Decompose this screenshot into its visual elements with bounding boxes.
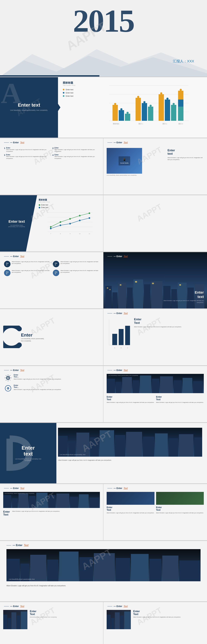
svg-text:7: 7 [50, 233, 51, 234]
slide2-enter-text: Enter text [18, 102, 40, 108]
svg-text:图标地址: 图标地址 [113, 123, 119, 124]
svg-rect-9 [125, 114, 130, 121]
svg-text:En: En [7, 388, 9, 389]
svg-rect-67 [120, 284, 121, 286]
svg-rect-92 [174, 380, 182, 393]
svg-point-40 [69, 218, 71, 220]
section-header-3r: — Enter Text [103, 138, 207, 145]
svg-rect-66 [109, 289, 111, 290]
svg-rect-134 [107, 615, 111, 629]
svg-point-18 [149, 105, 152, 107]
svg-text:图示 2: 图示 2 [162, 123, 167, 124]
svg-rect-99 [100, 430, 114, 456]
svg-rect-21 [171, 105, 176, 121]
list-item-2: 2 Enter Albert Einstein: Logic will get … [52, 147, 99, 152]
svg-point-22 [160, 92, 162, 94]
row-3: AAPPT — Enter Text 1 Enter Albert Einste… [0, 138, 207, 195]
svg-point-17 [143, 101, 145, 103]
svg-rect-103 [155, 433, 168, 456]
enter-text-3r: Enter text Albert Einstein: Logic will g… [167, 149, 203, 161]
svg-rect-15 [148, 106, 153, 121]
svg-rect-123 [94, 553, 115, 581]
reporter-line: 汇报人：XXX [173, 59, 194, 64]
svg-rect-27 [178, 106, 183, 121]
svg-rect-85 [107, 379, 115, 393]
section-header-9l: — Enter Text [0, 484, 103, 491]
svg-text:9: 9 [70, 233, 71, 234]
svg-rect-120 [47, 560, 59, 581]
blue-panel-8: Entertext Live beautifully, dream passio… [0, 423, 56, 483]
right-8: Live beautifully,dream passionately, lov… [58, 428, 202, 478]
reporter-label: 汇报人： [173, 59, 187, 63]
row-6: AAPPT Enter Live beautifully, dream pass… [0, 309, 207, 366]
svg-rect-91 [160, 376, 173, 393]
svg-point-23 [166, 98, 168, 100]
svg-rect-137 [120, 616, 124, 629]
item-5l-2: Enter Albert Einstein: Logic will get yo… [53, 261, 99, 267]
photo-11l [3, 610, 27, 629]
svg-text:图示 3: 图示 3 [178, 123, 183, 124]
arrow-shape-1 [57, 102, 60, 112]
svg-rect-69 [152, 283, 154, 284]
svg-point-38 [50, 226, 52, 228]
svg-text:10: 10 [79, 233, 81, 234]
svg-rect-119 [30, 555, 46, 581]
svg-rect-121 [59, 552, 79, 581]
svg-rect-101 [126, 432, 142, 456]
svg-rect-112 [48, 495, 56, 508]
svg-rect-114 [70, 497, 78, 508]
svg-rect-124 [116, 558, 130, 581]
svg-rect-138 [124, 612, 131, 629]
photo-7r: Live beautifully, dream passionately, lo… [107, 374, 204, 393]
text-6r: EnterText Albert Einstein: Logic will ge… [134, 318, 203, 350]
svg-rect-116 [89, 498, 99, 508]
items-5l: Enter Albert Einstein: Logic will get yo… [0, 259, 103, 278]
text-8: Albert Einstein: Logic will get you from… [58, 459, 202, 461]
section-header-7r: — Enter Text [103, 366, 207, 373]
slide-1: 2015 汇报人：XXX AAPPT [0, 0, 207, 77]
slide-11-left: AAPPT — Enter Text En [0, 602, 103, 644]
svg-rect-131 [12, 612, 16, 629]
year-display: 2015 [0, 0, 207, 37]
list-item-3: 3 Enter Albert Einstein: Logic will get … [4, 154, 51, 159]
col1-7r: EnterText Albert Einstein: Logic will ge… [107, 396, 154, 403]
svg-rect-133 [21, 612, 27, 629]
svg-rect-90 [152, 379, 159, 393]
photo-11r [107, 610, 131, 629]
gear-item-1: En EnterTexr... Albert Einstein: Logic w… [4, 374, 99, 382]
svg-rect-102 [143, 436, 154, 456]
svg-rect-107 [3, 495, 11, 508]
slide-4-left: AAPPT Enter text Live beautifully, dream… [0, 195, 103, 252]
section-header-7l: — Enter Text [0, 366, 103, 373]
overlay-text-5r: Entertext Albert Einstein: Logic will ge… [163, 290, 204, 304]
slide-7-left: AAPPT — Enter Text En [0, 366, 103, 422]
enter-text-6l: Enter Live beautifully, dream passionate… [21, 332, 44, 342]
gear-items-7l: En EnterTexr... Albert Einstein: Logic w… [0, 373, 103, 393]
photo-10: Live beautifully,dream passionately, lov… [7, 549, 200, 581]
svg-text:8: 8 [60, 233, 61, 234]
svg-rect-55 [118, 283, 126, 308]
svg-rect-125 [131, 554, 149, 581]
list-item-4: 4 Enter Albert Einstein: Logic will get … [52, 154, 99, 159]
svg-text:图示 1: 图示 1 [138, 123, 143, 124]
blue-diagonal-4l: Enter text Live beautifully, dream passi… [0, 195, 37, 252]
item-5l-1: Enter Albert Einstein: Logic will get yo… [4, 261, 50, 267]
content-6r: A B C EnterText Albert Einstein: Logic w… [103, 316, 207, 352]
svg-rect-110 [29, 496, 36, 508]
svg-rect-89 [140, 376, 151, 393]
svg-point-10 [114, 103, 116, 105]
two-col-9r: EnterText Albert Einstein: Logic will ge… [103, 491, 207, 514]
svg-rect-104 [168, 438, 178, 456]
section-header-11r: — Enter Text [103, 602, 207, 609]
svg-point-41 [79, 215, 81, 216]
slide-8: AAPPT Entertext Live beautifully, dream … [0, 423, 207, 484]
slide-9-left: AAPPT — Enter Text [0, 484, 103, 540]
svg-rect-13 [136, 98, 141, 121]
slide-5-right: — Enter Text [103, 252, 207, 308]
photo-9l: Live beautifully, dream passionately, lo… [3, 492, 100, 508]
row-7: AAPPT — Enter Text En [0, 366, 207, 423]
slide-11-right: AAPPT — Enter Text En [103, 602, 207, 644]
svg-rect-132 [17, 616, 20, 629]
slide-3-left: AAPPT — Enter Text 1 Enter Albert Einste… [0, 138, 103, 194]
slide2-right: 图标标题 THE CHART TITLE Enter text Enter te… [58, 77, 207, 138]
